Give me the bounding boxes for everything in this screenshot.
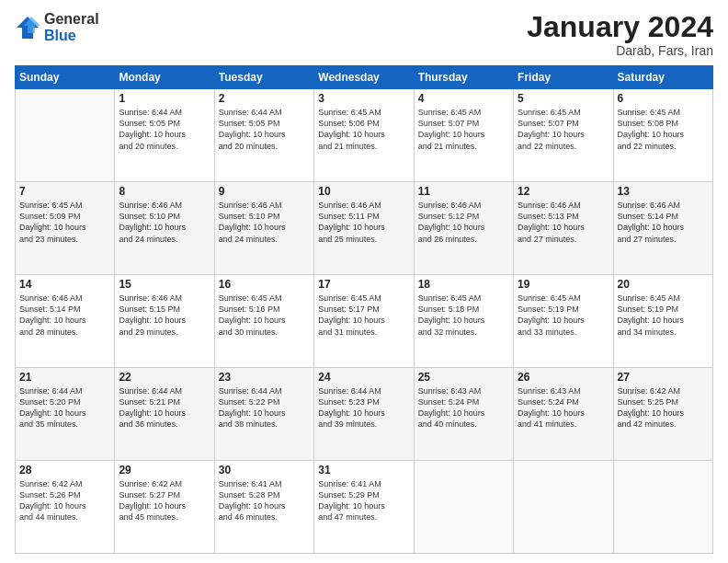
day-number: 21 [19,371,110,384]
day-number: 25 [418,371,509,384]
day-info: Sunrise: 6:45 AM Sunset: 5:19 PM Dayligh… [618,293,709,338]
day-info: Sunrise: 6:43 AM Sunset: 5:24 PM Dayligh… [518,385,609,431]
table-row: 27Sunrise: 6:42 AM Sunset: 5:25 PM Dayli… [613,368,712,461]
day-info: Sunrise: 6:46 AM Sunset: 5:15 PM Dayligh… [119,293,210,338]
day-number: 28 [19,464,110,477]
day-info: Sunrise: 6:44 AM Sunset: 5:21 PM Dayligh… [119,385,210,431]
calendar-week-row: 14Sunrise: 6:46 AM Sunset: 5:14 PM Dayli… [16,275,713,368]
day-info: Sunrise: 6:45 AM Sunset: 5:07 PM Dayligh… [418,107,509,152]
title-month: January 2024 [527,11,713,43]
day-info: Sunrise: 6:45 AM Sunset: 5:09 PM Dayligh… [19,200,110,245]
table-row: 17Sunrise: 6:45 AM Sunset: 5:17 PM Dayli… [314,275,414,368]
day-number: 30 [219,464,310,477]
day-number: 24 [318,371,409,384]
day-number: 19 [518,278,609,291]
table-row: 28Sunrise: 6:42 AM Sunset: 5:26 PM Dayli… [16,461,115,554]
day-info: Sunrise: 6:41 AM Sunset: 5:29 PM Dayligh… [318,478,409,523]
day-number: 22 [119,371,210,384]
calendar-week-row: 21Sunrise: 6:44 AM Sunset: 5:20 PM Dayli… [16,368,713,461]
table-row: 16Sunrise: 6:45 AM Sunset: 5:16 PM Dayli… [214,275,313,368]
table-row: 30Sunrise: 6:41 AM Sunset: 5:28 PM Dayli… [214,461,313,554]
day-info: Sunrise: 6:44 AM Sunset: 5:23 PM Dayligh… [318,385,409,431]
header-friday: Friday [514,66,613,89]
day-info: Sunrise: 6:46 AM Sunset: 5:14 PM Dayligh… [618,200,709,245]
title-block: January 2024 Darab, Fars, Iran [527,11,713,58]
table-row: 1Sunrise: 6:44 AM Sunset: 5:05 PM Daylig… [115,89,214,182]
table-row: 13Sunrise: 6:46 AM Sunset: 5:14 PM Dayli… [613,182,712,275]
day-number: 1 [119,92,210,105]
day-info: Sunrise: 6:46 AM Sunset: 5:14 PM Dayligh… [19,293,110,338]
day-number: 2 [219,92,310,105]
header-saturday: Saturday [613,66,712,89]
logo: General Blue [15,11,99,43]
header: General Blue January 2024 Darab, Fars, I… [15,11,713,58]
logo-text: General Blue [44,11,99,43]
day-number: 18 [418,278,509,291]
day-number: 17 [318,278,409,291]
table-row [16,89,115,182]
day-number: 14 [19,278,110,291]
day-info: Sunrise: 6:45 AM Sunset: 5:08 PM Dayligh… [618,107,709,152]
day-info: Sunrise: 6:46 AM Sunset: 5:10 PM Dayligh… [119,200,210,245]
day-info: Sunrise: 6:42 AM Sunset: 5:27 PM Dayligh… [119,478,210,523]
table-row: 26Sunrise: 6:43 AM Sunset: 5:24 PM Dayli… [514,368,613,461]
table-row: 4Sunrise: 6:45 AM Sunset: 5:07 PM Daylig… [414,89,513,182]
day-info: Sunrise: 6:44 AM Sunset: 5:22 PM Dayligh… [219,385,310,431]
day-info: Sunrise: 6:43 AM Sunset: 5:24 PM Dayligh… [418,385,509,431]
table-row: 14Sunrise: 6:46 AM Sunset: 5:14 PM Dayli… [16,275,115,368]
day-number: 6 [618,92,709,105]
day-number: 26 [518,371,609,384]
table-row [414,461,513,554]
day-number: 11 [418,185,509,198]
table-row: 3Sunrise: 6:45 AM Sunset: 5:06 PM Daylig… [314,89,414,182]
day-info: Sunrise: 6:42 AM Sunset: 5:25 PM Dayligh… [618,385,709,431]
table-row: 21Sunrise: 6:44 AM Sunset: 5:20 PM Dayli… [16,368,115,461]
day-info: Sunrise: 6:46 AM Sunset: 5:12 PM Dayligh… [418,200,509,245]
day-info: Sunrise: 6:46 AM Sunset: 5:13 PM Dayligh… [518,200,609,245]
day-number: 29 [119,464,210,477]
table-row: 22Sunrise: 6:44 AM Sunset: 5:21 PM Dayli… [115,368,214,461]
day-info: Sunrise: 6:46 AM Sunset: 5:10 PM Dayligh… [219,200,310,245]
logo-general: General [44,11,99,28]
weekday-header-row: Sunday Monday Tuesday Wednesday Thursday… [16,66,713,89]
day-info: Sunrise: 6:45 AM Sunset: 5:18 PM Dayligh… [418,293,509,338]
logo-blue: Blue [44,28,99,44]
table-row: 29Sunrise: 6:42 AM Sunset: 5:27 PM Dayli… [115,461,214,554]
header-wednesday: Wednesday [314,66,414,89]
table-row: 10Sunrise: 6:46 AM Sunset: 5:11 PM Dayli… [314,182,414,275]
day-number: 12 [518,185,609,198]
day-number: 7 [19,185,110,198]
day-number: 3 [318,92,409,105]
day-info: Sunrise: 6:45 AM Sunset: 5:07 PM Dayligh… [518,107,609,152]
table-row [613,461,712,554]
header-sunday: Sunday [16,66,115,89]
table-row: 8Sunrise: 6:46 AM Sunset: 5:10 PM Daylig… [115,182,214,275]
day-number: 23 [219,371,310,384]
day-info: Sunrise: 6:46 AM Sunset: 5:11 PM Dayligh… [318,200,409,245]
day-info: Sunrise: 6:44 AM Sunset: 5:05 PM Dayligh… [119,107,210,152]
calendar-week-row: 7Sunrise: 6:45 AM Sunset: 5:09 PM Daylig… [16,182,713,275]
table-row [514,461,613,554]
table-row: 6Sunrise: 6:45 AM Sunset: 5:08 PM Daylig… [613,89,712,182]
day-number: 15 [119,278,210,291]
day-number: 4 [418,92,509,105]
day-number: 10 [318,185,409,198]
day-number: 8 [119,185,210,198]
table-row: 24Sunrise: 6:44 AM Sunset: 5:23 PM Dayli… [314,368,414,461]
logo-icon [15,15,40,40]
header-tuesday: Tuesday [214,66,313,89]
table-row: 25Sunrise: 6:43 AM Sunset: 5:24 PM Dayli… [414,368,513,461]
day-number: 16 [219,278,310,291]
table-row: 19Sunrise: 6:45 AM Sunset: 5:19 PM Dayli… [514,275,613,368]
header-monday: Monday [115,66,214,89]
table-row: 15Sunrise: 6:46 AM Sunset: 5:15 PM Dayli… [115,275,214,368]
day-info: Sunrise: 6:45 AM Sunset: 5:17 PM Dayligh… [318,293,409,338]
table-row: 20Sunrise: 6:45 AM Sunset: 5:19 PM Dayli… [613,275,712,368]
table-row: 7Sunrise: 6:45 AM Sunset: 5:09 PM Daylig… [16,182,115,275]
day-number: 9 [219,185,310,198]
day-number: 31 [318,464,409,477]
day-info: Sunrise: 6:45 AM Sunset: 5:16 PM Dayligh… [219,293,310,338]
day-number: 13 [618,185,709,198]
day-number: 5 [518,92,609,105]
table-row: 31Sunrise: 6:41 AM Sunset: 5:29 PM Dayli… [314,461,414,554]
